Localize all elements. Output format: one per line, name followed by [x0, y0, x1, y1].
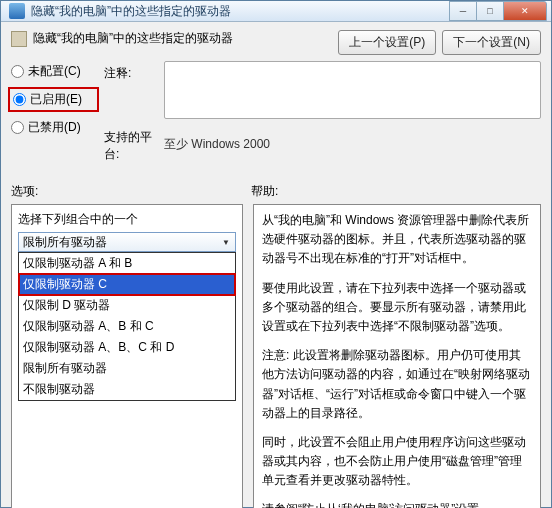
radio-column: 未配置(C) 已启用(E) 已禁用(D) — [11, 61, 96, 169]
options-label: 选项: — [11, 183, 251, 200]
help-paragraph: 从“我的电脑”和 Windows 资源管理器中删除代表所选硬件驱动器的图标。并且… — [262, 211, 532, 269]
close-button[interactable]: ✕ — [503, 1, 547, 21]
comment-row: 注释: — [104, 61, 541, 119]
drive-combo-item[interactable]: 仅限制驱动器 A、B、C 和 D — [19, 337, 235, 358]
help-paragraph: 请参阅“防止从‘我的电脑’访问驱动器”设置。 — [262, 500, 532, 508]
top-row: 隐藏“我的电脑”中的这些指定的驱动器 上一个设置(P) 下一个设置(N) — [11, 30, 541, 55]
options-caption: 选择下列组合中的一个 — [18, 211, 236, 228]
radio-unconfigured-label: 未配置(C) — [28, 63, 81, 80]
setting-header: 隐藏“我的电脑”中的这些指定的驱动器 — [11, 30, 338, 47]
radio-disabled-input[interactable] — [11, 121, 24, 134]
title-bar: 隐藏“我的电脑”中的这些指定的驱动器 ─ □ ✕ — [1, 1, 551, 22]
drive-combo-item[interactable]: 仅限制 D 驱动器 — [19, 295, 235, 316]
content-area: 隐藏“我的电脑”中的这些指定的驱动器 上一个设置(P) 下一个设置(N) 未配置… — [1, 22, 551, 508]
maximize-button[interactable]: □ — [476, 1, 504, 21]
chevron-down-icon: ▼ — [219, 235, 233, 249]
platform-row: 支持的平台: 至少 Windows 2000 — [104, 125, 541, 163]
drive-combo: 限制所有驱动器 ▼ 仅限制驱动器 A 和 B仅限制驱动器 C仅限制 D 驱动器仅… — [18, 232, 236, 401]
config-area: 未配置(C) 已启用(E) 已禁用(D) 注释: 支持的平台: — [11, 61, 541, 169]
setting-icon — [11, 31, 27, 47]
drive-combo-item[interactable]: 限制所有驱动器 — [19, 358, 235, 379]
radio-enabled[interactable]: 已启用(E) — [11, 90, 96, 109]
setting-title: 隐藏“我的电脑”中的这些指定的驱动器 — [33, 30, 233, 47]
help-panel[interactable]: 从“我的电脑”和 Windows 资源管理器中删除代表所选硬件驱动器的图标。并且… — [253, 204, 541, 508]
next-setting-button[interactable]: 下一个设置(N) — [442, 30, 541, 55]
nav-buttons: 上一个设置(P) 下一个设置(N) — [338, 30, 541, 55]
section-labels: 选项: 帮助: — [11, 183, 541, 200]
drive-combo-item[interactable]: 仅限制驱动器 A 和 B — [19, 253, 235, 274]
drive-combo-item[interactable]: 仅限制驱动器 A、B 和 C — [19, 316, 235, 337]
platform-value: 至少 Windows 2000 — [164, 136, 270, 153]
fields-column: 注释: 支持的平台: 至少 Windows 2000 — [104, 61, 541, 169]
drive-combo-value: 限制所有驱动器 — [23, 234, 107, 251]
help-label: 帮助: — [251, 183, 278, 200]
dialog-window: 隐藏“我的电脑”中的这些指定的驱动器 ─ □ ✕ 隐藏“我的电脑”中的这些指定的… — [0, 0, 552, 508]
window-title: 隐藏“我的电脑”中的这些指定的驱动器 — [31, 3, 450, 20]
comment-label: 注释: — [104, 61, 164, 82]
radio-disabled-label: 已禁用(D) — [28, 119, 81, 136]
minimize-button[interactable]: ─ — [449, 1, 477, 21]
app-icon — [9, 3, 25, 19]
radio-unconfigured[interactable]: 未配置(C) — [11, 63, 96, 80]
radio-unconfigured-input[interactable] — [11, 65, 24, 78]
help-paragraph: 同时，此设置不会阻止用户使用程序访问这些驱动器或其内容，也不会防止用户使用“磁盘… — [262, 433, 532, 491]
drive-combo-list: 仅限制驱动器 A 和 B仅限制驱动器 C仅限制 D 驱动器仅限制驱动器 A、B … — [18, 252, 236, 401]
options-panel: 选择下列组合中的一个 限制所有驱动器 ▼ 仅限制驱动器 A 和 B仅限制驱动器 … — [11, 204, 243, 508]
radio-enabled-input[interactable] — [13, 93, 26, 106]
platform-label: 支持的平台: — [104, 125, 164, 163]
prev-setting-button[interactable]: 上一个设置(P) — [338, 30, 436, 55]
drive-combo-item[interactable]: 仅限制驱动器 C — [19, 274, 235, 295]
window-controls: ─ □ ✕ — [450, 1, 547, 21]
drive-combo-selected[interactable]: 限制所有驱动器 ▼ — [18, 232, 236, 252]
panels: 选择下列组合中的一个 限制所有驱动器 ▼ 仅限制驱动器 A 和 B仅限制驱动器 … — [11, 204, 541, 508]
comment-textarea[interactable] — [164, 61, 541, 119]
help-paragraph: 要使用此设置，请在下拉列表中选择一个驱动器或多个驱动器的组合。要显示所有驱动器，… — [262, 279, 532, 337]
radio-enabled-label: 已启用(E) — [30, 91, 82, 108]
drive-combo-item[interactable]: 不限制驱动器 — [19, 379, 235, 400]
radio-disabled[interactable]: 已禁用(D) — [11, 119, 96, 136]
help-paragraph: 注意: 此设置将删除驱动器图标。用户仍可使用其他方法访问驱动器的内容，如通过在“… — [262, 346, 532, 423]
